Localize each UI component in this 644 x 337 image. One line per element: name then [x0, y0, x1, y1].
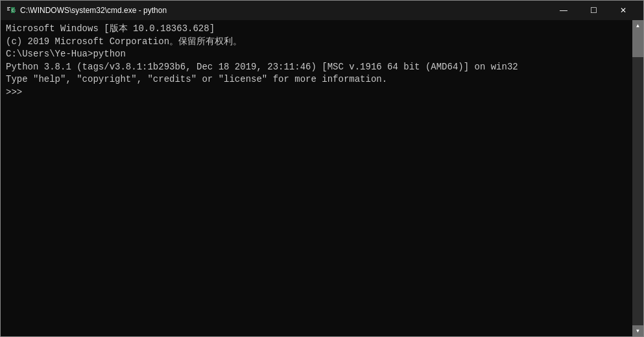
close-button[interactable]: ✕ [608, 1, 638, 20]
maximize-button[interactable]: ☐ [578, 1, 608, 20]
terminal-line: Type "help", "copyright", "credits" or "… [6, 73, 627, 86]
title-bar-left: C:\ C:\WINDOWS\system32\cmd.exe - python [6, 5, 167, 16]
scrollbar-up-button[interactable]: ▲ [632, 20, 643, 31]
title-bar-controls: — ☐ ✕ [549, 1, 638, 20]
minimize-button[interactable]: — [549, 1, 578, 20]
title-bar: C:\ C:\WINDOWS\system32\cmd.exe - python… [1, 1, 643, 20]
svg-rect-3 [7, 10, 10, 10]
window-title: C:\WINDOWS\system32\cmd.exe - python [20, 6, 167, 15]
svg-rect-1 [7, 7, 10, 8]
scrollbar-down-button[interactable]: ▼ [632, 325, 643, 336]
terminal-content[interactable]: Microsoft Windows [版本 10.0.18363.628](c)… [1, 20, 632, 336]
terminal-line: Microsoft Windows [版本 10.0.18363.628] [6, 23, 627, 36]
terminal-body: Microsoft Windows [版本 10.0.18363.628](c)… [1, 20, 643, 336]
svg-text:C:\: C:\ [12, 8, 16, 12]
terminal-line: C:\Users\Ye-Hua>python [6, 48, 627, 61]
terminal-line: (c) 2019 Microsoft Corporation。保留所有权利。 [6, 36, 627, 49]
terminal-line: Python 3.8.1 (tags/v3.8.1:1b293b6, Dec 1… [6, 61, 627, 74]
scrollbar-thumb[interactable] [632, 31, 643, 57]
scrollbar-thumb-area [632, 31, 643, 325]
scrollbar-track: ▲ ▼ [632, 20, 643, 336]
terminal-line: >>> [6, 86, 627, 99]
cmd-icon: C:\ [6, 5, 16, 16]
cmd-window: C:\ C:\WINDOWS\system32\cmd.exe - python… [0, 0, 644, 337]
svg-rect-2 [7, 8, 9, 9]
